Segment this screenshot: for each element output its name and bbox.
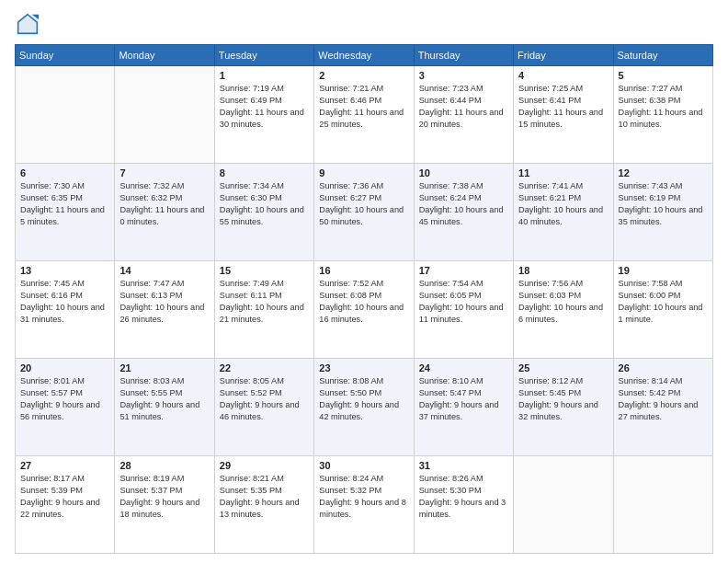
- calendar-cell: 7Sunrise: 7:32 AM Sunset: 6:32 PM Daylig…: [115, 164, 214, 261]
- day-number: 16: [319, 265, 408, 276]
- calendar-cell: [613, 456, 712, 554]
- day-info: Sunrise: 7:36 AM Sunset: 6:27 PM Dayligh…: [319, 180, 408, 228]
- day-number: 7: [119, 167, 209, 178]
- weekday-header: Monday: [115, 45, 214, 66]
- calendar-cell: 15Sunrise: 7:49 AM Sunset: 6:11 PM Dayli…: [214, 261, 313, 359]
- day-info: Sunrise: 7:43 AM Sunset: 6:19 PM Dayligh…: [619, 180, 708, 228]
- calendar-cell: 23Sunrise: 8:08 AM Sunset: 5:50 PM Dayli…: [314, 359, 414, 456]
- day-number: 31: [419, 460, 508, 471]
- calendar-cell: 28Sunrise: 8:19 AM Sunset: 5:37 PM Dayli…: [115, 456, 214, 554]
- day-number: 18: [518, 265, 608, 276]
- calendar-cell: 11Sunrise: 7:41 AM Sunset: 6:21 PM Dayli…: [514, 164, 613, 261]
- weekday-header: Tuesday: [214, 45, 313, 66]
- day-info: Sunrise: 8:24 AM Sunset: 5:32 PM Dayligh…: [319, 473, 408, 521]
- calendar-cell: 5Sunrise: 7:27 AM Sunset: 6:38 PM Daylig…: [613, 66, 712, 164]
- day-number: 3: [419, 70, 508, 81]
- calendar-cell: 24Sunrise: 8:10 AM Sunset: 5:47 PM Dayli…: [414, 359, 513, 456]
- day-info: Sunrise: 8:17 AM Sunset: 5:39 PM Dayligh…: [20, 473, 109, 521]
- calendar-table: SundayMondayTuesdayWednesdayThursdayFrid…: [15, 44, 713, 554]
- calendar-cell: 21Sunrise: 8:03 AM Sunset: 5:55 PM Dayli…: [115, 359, 214, 456]
- day-number: 15: [220, 265, 309, 276]
- calendar-week-row: 6Sunrise: 7:30 AM Sunset: 6:35 PM Daylig…: [16, 164, 713, 261]
- calendar-week-row: 27Sunrise: 8:17 AM Sunset: 5:39 PM Dayli…: [16, 456, 713, 554]
- day-info: Sunrise: 8:14 AM Sunset: 5:42 PM Dayligh…: [619, 375, 708, 423]
- calendar-week-row: 13Sunrise: 7:45 AM Sunset: 6:16 PM Dayli…: [16, 261, 713, 359]
- day-info: Sunrise: 7:45 AM Sunset: 6:16 PM Dayligh…: [20, 278, 109, 326]
- day-info: Sunrise: 7:54 AM Sunset: 6:05 PM Dayligh…: [419, 278, 508, 326]
- weekday-header: Sunday: [16, 45, 115, 66]
- calendar-cell: 25Sunrise: 8:12 AM Sunset: 5:45 PM Dayli…: [514, 359, 613, 456]
- logo: [15, 11, 44, 37]
- day-info: Sunrise: 7:47 AM Sunset: 6:13 PM Dayligh…: [119, 278, 209, 326]
- day-number: 20: [20, 362, 109, 373]
- day-info: Sunrise: 7:30 AM Sunset: 6:35 PM Dayligh…: [20, 180, 109, 228]
- weekday-header: Thursday: [414, 45, 513, 66]
- calendar-cell: 29Sunrise: 8:21 AM Sunset: 5:35 PM Dayli…: [214, 456, 313, 554]
- day-number: 12: [619, 167, 708, 178]
- day-number: 1: [220, 70, 309, 81]
- calendar-cell: 26Sunrise: 8:14 AM Sunset: 5:42 PM Dayli…: [613, 359, 712, 456]
- day-info: Sunrise: 8:03 AM Sunset: 5:55 PM Dayligh…: [119, 375, 209, 423]
- day-info: Sunrise: 7:49 AM Sunset: 6:11 PM Dayligh…: [220, 278, 309, 326]
- day-number: 10: [419, 167, 508, 178]
- day-info: Sunrise: 7:52 AM Sunset: 6:08 PM Dayligh…: [319, 278, 408, 326]
- day-number: 23: [319, 362, 408, 373]
- calendar-cell: 1Sunrise: 7:19 AM Sunset: 6:49 PM Daylig…: [214, 66, 313, 164]
- day-number: 6: [20, 167, 109, 178]
- day-info: Sunrise: 7:23 AM Sunset: 6:44 PM Dayligh…: [419, 83, 508, 131]
- weekday-header: Saturday: [613, 45, 712, 66]
- day-number: 14: [119, 265, 209, 276]
- calendar-cell: 27Sunrise: 8:17 AM Sunset: 5:39 PM Dayli…: [16, 456, 115, 554]
- day-info: Sunrise: 8:21 AM Sunset: 5:35 PM Dayligh…: [220, 473, 309, 521]
- day-number: 28: [119, 460, 209, 471]
- day-info: Sunrise: 8:01 AM Sunset: 5:57 PM Dayligh…: [20, 375, 109, 423]
- day-number: 26: [619, 362, 708, 373]
- calendar-cell: 19Sunrise: 7:58 AM Sunset: 6:00 PM Dayli…: [613, 261, 712, 359]
- day-info: Sunrise: 7:56 AM Sunset: 6:03 PM Dayligh…: [518, 278, 608, 326]
- day-info: Sunrise: 7:38 AM Sunset: 6:24 PM Dayligh…: [419, 180, 508, 228]
- calendar-cell: 9Sunrise: 7:36 AM Sunset: 6:27 PM Daylig…: [314, 164, 414, 261]
- calendar-cell: 18Sunrise: 7:56 AM Sunset: 6:03 PM Dayli…: [514, 261, 613, 359]
- day-info: Sunrise: 7:58 AM Sunset: 6:00 PM Dayligh…: [619, 278, 708, 326]
- calendar-cell: 10Sunrise: 7:38 AM Sunset: 6:24 PM Dayli…: [414, 164, 513, 261]
- day-number: 22: [220, 362, 309, 373]
- calendar-week-row: 1Sunrise: 7:19 AM Sunset: 6:49 PM Daylig…: [16, 66, 713, 164]
- logo-icon: [15, 11, 40, 37]
- day-info: Sunrise: 8:08 AM Sunset: 5:50 PM Dayligh…: [319, 375, 408, 423]
- calendar-cell: 22Sunrise: 8:05 AM Sunset: 5:52 PM Dayli…: [214, 359, 313, 456]
- day-info: Sunrise: 8:26 AM Sunset: 5:30 PM Dayligh…: [419, 473, 508, 521]
- calendar-cell: 31Sunrise: 8:26 AM Sunset: 5:30 PM Dayli…: [414, 456, 513, 554]
- day-number: 9: [319, 167, 408, 178]
- calendar-week-row: 20Sunrise: 8:01 AM Sunset: 5:57 PM Dayli…: [16, 359, 713, 456]
- calendar-cell: 20Sunrise: 8:01 AM Sunset: 5:57 PM Dayli…: [16, 359, 115, 456]
- day-number: 13: [20, 265, 109, 276]
- day-number: 4: [518, 70, 608, 81]
- calendar-cell: 4Sunrise: 7:25 AM Sunset: 6:41 PM Daylig…: [514, 66, 613, 164]
- day-number: 5: [619, 70, 708, 81]
- calendar-cell: 30Sunrise: 8:24 AM Sunset: 5:32 PM Dayli…: [314, 456, 414, 554]
- day-number: 17: [419, 265, 508, 276]
- calendar-cell: 3Sunrise: 7:23 AM Sunset: 6:44 PM Daylig…: [414, 66, 513, 164]
- calendar-cell: 8Sunrise: 7:34 AM Sunset: 6:30 PM Daylig…: [214, 164, 313, 261]
- day-number: 2: [319, 70, 408, 81]
- calendar-cell: 14Sunrise: 7:47 AM Sunset: 6:13 PM Dayli…: [115, 261, 214, 359]
- day-info: Sunrise: 7:21 AM Sunset: 6:46 PM Dayligh…: [319, 83, 408, 131]
- day-number: 25: [518, 362, 608, 373]
- day-info: Sunrise: 7:34 AM Sunset: 6:30 PM Dayligh…: [220, 180, 309, 228]
- day-number: 8: [220, 167, 309, 178]
- calendar-cell: [514, 456, 613, 554]
- day-info: Sunrise: 7:32 AM Sunset: 6:32 PM Dayligh…: [119, 180, 209, 228]
- day-info: Sunrise: 7:27 AM Sunset: 6:38 PM Dayligh…: [619, 83, 708, 131]
- day-number: 29: [220, 460, 309, 471]
- day-info: Sunrise: 8:10 AM Sunset: 5:47 PM Dayligh…: [419, 375, 508, 423]
- calendar-cell: 17Sunrise: 7:54 AM Sunset: 6:05 PM Dayli…: [414, 261, 513, 359]
- day-info: Sunrise: 7:19 AM Sunset: 6:49 PM Dayligh…: [220, 83, 309, 131]
- weekday-header: Friday: [514, 45, 613, 66]
- calendar-cell: [16, 66, 115, 164]
- page-header: [15, 11, 713, 37]
- calendar-cell: 2Sunrise: 7:21 AM Sunset: 6:46 PM Daylig…: [314, 66, 414, 164]
- day-info: Sunrise: 8:12 AM Sunset: 5:45 PM Dayligh…: [518, 375, 608, 423]
- page-container: SundayMondayTuesdayWednesdayThursdayFrid…: [0, 0, 728, 563]
- day-number: 11: [518, 167, 608, 178]
- calendar-cell: [115, 66, 214, 164]
